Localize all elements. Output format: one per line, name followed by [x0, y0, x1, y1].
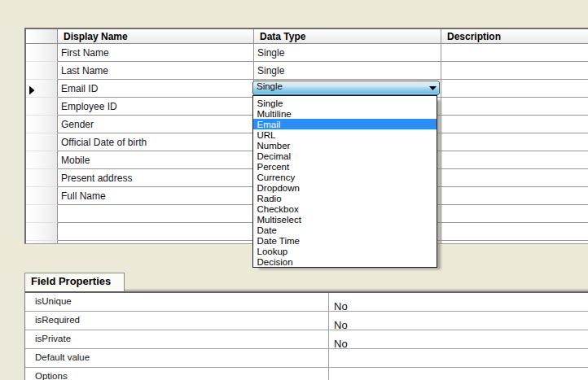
dropdown-item-date[interactable]: Date: [253, 225, 437, 235]
row-header[interactable]: [26, 151, 58, 169]
grid-row-first-name: First Name Single: [26, 44, 588, 62]
property-name-cell[interactable]: Options: [25, 368, 329, 380]
cell-description[interactable]: [441, 116, 588, 133]
cell-data-type[interactable]: Single: [254, 44, 441, 61]
cell-description[interactable]: [441, 169, 588, 186]
cell-display-name[interactable]: Full Name: [58, 187, 254, 204]
combobox-value: Single: [253, 81, 429, 91]
cell-display-name[interactable]: Last Name: [58, 62, 254, 79]
property-row-options: Options: [25, 368, 588, 380]
cell-display-name: [58, 241, 254, 243]
row-header[interactable]: [26, 116, 58, 133]
property-row-isunique: isUnique No: [25, 293, 588, 312]
column-header-data-type[interactable]: Data Type: [254, 29, 441, 43]
dropdown-item-single[interactable]: Single: [253, 98, 437, 108]
cell-description[interactable]: [441, 44, 588, 61]
property-value-cell[interactable]: No: [329, 312, 588, 330]
property-name-cell[interactable]: isRequired: [25, 312, 329, 330]
cell-description[interactable]: [441, 62, 588, 79]
tab-strip-line: [125, 290, 588, 290]
dropdown-item-date-time[interactable]: Date Time: [253, 235, 437, 246]
cell-display-name[interactable]: Gender: [58, 116, 254, 133]
data-type-combobox[interactable]: Single: [252, 81, 440, 95]
dropdown-item-decision[interactable]: Decision: [253, 256, 437, 267]
row-header[interactable]: [26, 169, 58, 187]
dropdown-item-checkbox[interactable]: Checkbox: [253, 203, 437, 214]
cell-display-name[interactable]: First Name: [58, 44, 254, 61]
property-row-isprivate: isPrivate No: [25, 330, 588, 349]
column-header-display-name[interactable]: Display Name: [58, 29, 254, 43]
property-value-cell[interactable]: No: [329, 330, 588, 348]
dropdown-item-email[interactable]: Email: [253, 119, 437, 129]
dropdown-item-url[interactable]: URL: [253, 129, 437, 140]
grid-header-row: Display Name Data Type Description: [26, 29, 588, 44]
property-name-cell[interactable]: Default value: [25, 349, 329, 367]
combobox-dropdown-arrow-icon[interactable]: [429, 86, 437, 90]
property-row-default-value: Default value: [25, 349, 588, 368]
property-value-cell[interactable]: [329, 368, 588, 380]
cell-description[interactable]: [441, 205, 588, 222]
property-row-isrequired: isRequired No: [25, 312, 588, 330]
cell-display-name[interactable]: [58, 223, 254, 240]
row-header[interactable]: [26, 187, 58, 205]
dropdown-item-currency[interactable]: Currency: [253, 172, 437, 182]
cell-description[interactable]: [441, 223, 588, 240]
row-header[interactable]: [26, 241, 58, 243]
cell-description[interactable]: [441, 151, 588, 168]
row-header[interactable]: [26, 44, 58, 62]
property-value-cell[interactable]: [329, 349, 588, 367]
dropdown-item-radio[interactable]: Radio: [253, 193, 437, 203]
cell-description[interactable]: [441, 187, 588, 204]
property-name-cell[interactable]: isPrivate: [25, 330, 329, 348]
row-header[interactable]: [26, 223, 58, 241]
cell-display-name[interactable]: [58, 205, 254, 222]
cell-description[interactable]: [441, 98, 588, 115]
field-properties-table: isUnique No isRequired No isPrivate No D…: [24, 291, 588, 380]
dropdown-item-lookup[interactable]: Lookup: [253, 246, 437, 256]
row-header-current[interactable]: [26, 80, 58, 98]
row-header[interactable]: [26, 133, 58, 151]
cell-display-name[interactable]: Email ID: [58, 80, 254, 97]
cell-description[interactable]: [441, 133, 588, 151]
property-value-cell[interactable]: No: [329, 293, 588, 311]
data-type-dropdown-list: Single Multiline Email URL Number Decima…: [252, 95, 437, 268]
cell-description: [441, 241, 588, 243]
app-window: { "grid": { "columns": {"display_name": …: [0, 0, 588, 380]
cell-display-name[interactable]: Present address: [58, 169, 254, 186]
column-header-description[interactable]: Description: [441, 29, 588, 43]
dropdown-item-dropdown[interactable]: Dropdown: [253, 182, 437, 193]
row-header[interactable]: [26, 62, 58, 80]
grid-corner-cell[interactable]: [26, 29, 58, 43]
dropdown-item-number[interactable]: Number: [253, 140, 437, 151]
cell-display-name[interactable]: Employee ID: [58, 98, 254, 115]
cell-display-name[interactable]: Mobile: [58, 151, 254, 168]
dropdown-item-percent[interactable]: Percent: [253, 161, 437, 172]
cell-description[interactable]: [441, 80, 588, 97]
property-name-cell[interactable]: isUnique: [25, 293, 329, 311]
row-header[interactable]: [26, 205, 58, 223]
cell-display-name[interactable]: Official Date of birth: [58, 133, 254, 151]
dropdown-item-multiline[interactable]: Multiline: [253, 108, 437, 119]
dropdown-item-multiselect[interactable]: Multiselect: [253, 214, 437, 225]
current-row-arrow-icon: [29, 84, 35, 94]
dropdown-item-decimal[interactable]: Decimal: [253, 151, 437, 161]
tab-field-properties[interactable]: Field Properties: [24, 273, 125, 291]
row-header[interactable]: [26, 98, 58, 116]
grid-row-last-name: Last Name Single: [26, 62, 588, 80]
cell-data-type[interactable]: Single: [254, 62, 441, 79]
